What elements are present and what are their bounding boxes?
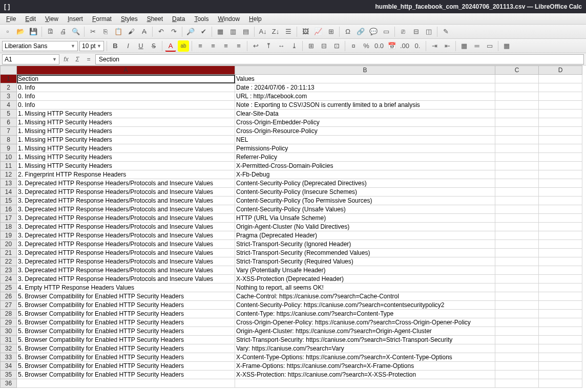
cell-D11[interactable] xyxy=(539,162,582,170)
sum-icon[interactable]: Σ xyxy=(73,55,82,64)
cell-C12[interactable] xyxy=(495,170,539,179)
cell-D6[interactable] xyxy=(539,118,582,127)
column-header-C[interactable]: C xyxy=(495,66,539,75)
cell-B29[interactable]: Cross-Origin-Opener-Policy: https://cani… xyxy=(235,318,495,327)
italic-icon[interactable]: I xyxy=(122,40,134,52)
header-footer-icon[interactable]: ▭ xyxy=(381,26,392,37)
row-header-24[interactable]: 24 xyxy=(1,275,17,284)
image-icon[interactable]: 🖼 xyxy=(300,26,311,37)
chart-icon[interactable]: 📈 xyxy=(312,26,324,37)
sheet-area[interactable]: ABCD 1SectionValues20. InfoDate : 2024/0… xyxy=(0,66,586,392)
cell-C6[interactable] xyxy=(495,118,539,127)
formula-icon[interactable]: = xyxy=(84,55,93,64)
column-header-B[interactable]: B xyxy=(235,66,495,75)
cell-C35[interactable] xyxy=(495,371,539,379)
row-header-18[interactable]: 18 xyxy=(1,223,17,231)
cell-C22[interactable] xyxy=(495,257,539,266)
cell-C11[interactable] xyxy=(495,162,539,170)
remove-decimal-icon[interactable]: 0. xyxy=(412,40,423,52)
cell-B5[interactable]: Clear-Site-Data xyxy=(235,110,495,118)
cell-D33[interactable] xyxy=(539,353,582,362)
cell-C36[interactable] xyxy=(495,379,539,388)
cell-C1[interactable] xyxy=(495,75,539,83)
print-icon[interactable]: 🖨 xyxy=(57,26,69,37)
special-char-icon[interactable]: Ω xyxy=(342,26,353,37)
row-header-21[interactable]: 21 xyxy=(1,249,17,257)
date-icon[interactable]: 📅 xyxy=(386,40,397,52)
cell-B25[interactable]: Nothing to report, all seems OK! xyxy=(235,284,495,292)
sort-desc-icon[interactable]: Z↓ xyxy=(270,26,281,37)
wrap-text-icon[interactable]: ↩ xyxy=(250,40,261,52)
cell-A2[interactable]: 0. Info xyxy=(17,83,235,92)
row-header-30[interactable]: 30 xyxy=(1,327,17,336)
spellcheck-icon[interactable]: ✔ xyxy=(198,26,209,37)
cell-C20[interactable] xyxy=(495,240,539,249)
cell-D5[interactable] xyxy=(539,110,582,118)
cut-icon[interactable]: ✂ xyxy=(87,26,98,37)
cell-D31[interactable] xyxy=(539,336,582,344)
cell-D21[interactable] xyxy=(539,249,582,257)
cell-C21[interactable] xyxy=(495,249,539,257)
cell-A15[interactable]: 3. Deprecated HTTP Response Headers/Prot… xyxy=(17,197,235,205)
cell-B12[interactable]: X-Fb-Debug xyxy=(235,170,495,179)
row-header-8[interactable]: 8 xyxy=(1,136,17,144)
column-header-A[interactable]: A xyxy=(17,66,235,75)
cell-B9[interactable]: Permissions-Policy xyxy=(235,144,495,153)
valign-top-icon[interactable]: ⤒ xyxy=(263,40,274,52)
hyperlink-icon[interactable]: 🔗 xyxy=(355,26,366,37)
open-icon[interactable]: 📂 xyxy=(15,26,26,37)
cell-D4[interactable] xyxy=(539,101,582,110)
cell-B20[interactable]: Strict-Transport-Security (Ignored Heade… xyxy=(235,240,495,249)
cell-D30[interactable] xyxy=(539,327,582,336)
row-header-25[interactable]: 25 xyxy=(1,284,17,292)
cell-B6[interactable]: Cross-Origin-Embedder-Policy xyxy=(235,118,495,127)
cell-C32[interactable] xyxy=(495,344,539,353)
row-header-33[interactable]: 33 xyxy=(1,353,17,362)
formula-input[interactable]: Section xyxy=(95,54,584,64)
cell-A12[interactable]: 2. Fingerprint HTTP Response Headers xyxy=(17,170,235,179)
cell-B18[interactable]: Origin-Agent-Cluster (No Valid Directive… xyxy=(235,223,495,231)
cell-D1[interactable] xyxy=(539,75,582,83)
row-header-2[interactable]: 2 xyxy=(1,83,17,92)
cell-B7[interactable]: Cross-Origin-Resource-Policy xyxy=(235,127,495,136)
cell-B26[interactable]: Cache-Control: https://caniuse.com/?sear… xyxy=(235,292,495,301)
currency-icon[interactable]: ¤ xyxy=(348,40,359,52)
row-header-31[interactable]: 31 xyxy=(1,336,17,344)
menu-window[interactable]: Window xyxy=(214,14,244,24)
cell-C23[interactable] xyxy=(495,266,539,275)
decrease-indent-icon[interactable]: ⇤ xyxy=(442,40,453,52)
merge-cells-icon[interactable]: ⊞ xyxy=(305,40,317,52)
select-all-corner[interactable] xyxy=(1,66,17,75)
cell-A10[interactable]: 1. Missing HTTP Security Headers xyxy=(17,153,235,162)
align-center-icon[interactable]: ≡ xyxy=(207,40,219,52)
cell-A19[interactable]: 3. Deprecated HTTP Response Headers/Prot… xyxy=(17,231,235,240)
redo-icon[interactable]: ↷ xyxy=(168,26,179,37)
cell-B23[interactable]: Vary (Potentially Unsafe Header) xyxy=(235,266,495,275)
menu-format[interactable]: Format xyxy=(88,14,116,24)
autofilter-icon[interactable]: ☰ xyxy=(283,26,294,37)
row-header-36[interactable]: 36 xyxy=(1,379,17,388)
print-preview-icon[interactable]: 🔍 xyxy=(70,26,81,37)
align-justify-icon[interactable]: ≡ xyxy=(233,40,244,52)
bold-icon[interactable]: B xyxy=(110,40,121,52)
number-icon[interactable]: 0.0 xyxy=(373,40,385,52)
font-name-combo[interactable]: Liberation Sans ▼ xyxy=(2,41,78,51)
comment-icon[interactable]: 💬 xyxy=(368,26,379,37)
delete-cells-icon[interactable]: ▤ xyxy=(240,26,252,37)
cell-A9[interactable]: 1. Missing HTTP Security Headers xyxy=(17,144,235,153)
cell-A17[interactable]: 3. Deprecated HTTP Response Headers/Prot… xyxy=(17,214,235,223)
font-color-icon[interactable]: A xyxy=(165,40,176,52)
cell-D24[interactable] xyxy=(539,275,582,284)
cell-A28[interactable]: 5. Browser Compatibility for Enabled HTT… xyxy=(17,310,235,318)
clear-format-icon[interactable]: A̶ xyxy=(138,26,150,37)
border-style-icon[interactable]: ═ xyxy=(471,40,483,52)
cell-B33[interactable]: X-Content-Type-Options: https://caniuse.… xyxy=(235,353,495,362)
cell-D36[interactable] xyxy=(539,379,582,388)
cell-C19[interactable] xyxy=(495,231,539,240)
new-icon[interactable]: ▫ xyxy=(2,26,13,37)
highlight-color-icon[interactable]: ab xyxy=(178,40,189,52)
cell-C27[interactable] xyxy=(495,301,539,310)
cell-A34[interactable]: 5. Browser Compatibility for Enabled HTT… xyxy=(17,362,235,371)
undo-icon[interactable]: ↶ xyxy=(155,26,166,37)
row-header-4[interactable]: 4 xyxy=(1,101,17,110)
